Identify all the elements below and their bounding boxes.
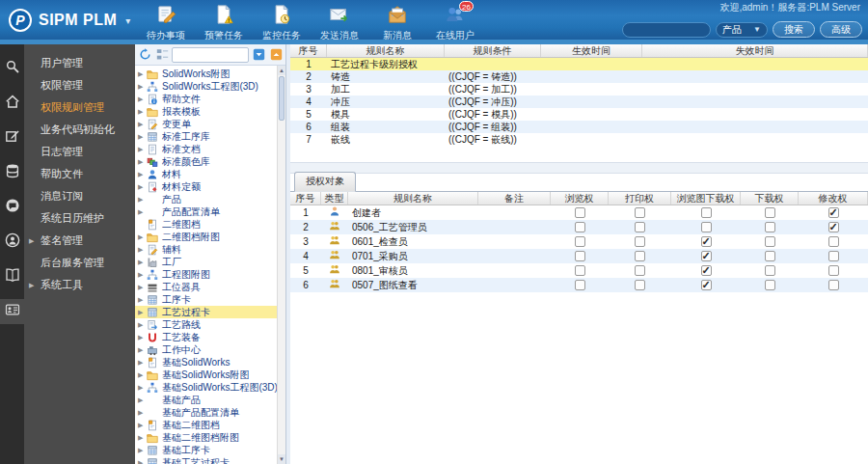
toolbar-item-warning-task[interactable]: 预警任务 [199,4,249,42]
rail-item-support[interactable] [0,230,24,255]
print-permission-checkbox[interactable] [635,280,645,290]
download-permission-checkbox[interactable] [765,207,775,218]
preview-download-permission-checkbox[interactable] [701,265,712,276]
sidebar-item[interactable]: 系统日历维护 [24,207,135,230]
refresh-icon[interactable] [137,47,152,63]
print-permission-checkbox[interactable] [635,236,645,247]
modify-permission-checkbox[interactable] [828,236,839,247]
tree-item[interactable]: ▶基础SolidWorks工程图(3D) [135,381,277,394]
tree-item[interactable]: ▶报表模板 [135,105,277,118]
column-header[interactable]: 失效时间 [642,44,868,57]
tree-item[interactable]: ▶基础工序卡 [135,444,277,456]
column-header[interactable]: 浏览权 [551,192,609,205]
tree-item[interactable]: ▶工艺路线 [135,318,277,331]
print-permission-checkbox[interactable] [635,222,645,232]
tree-item[interactable]: ▶帮助文件 [135,93,277,105]
tree-item[interactable]: ▶基础SolidWorks [135,356,277,368]
toolbar-item-todo[interactable]: 待办事项 [141,4,191,42]
tree-item[interactable]: ▶基础二维图档 [135,419,277,431]
tree-item[interactable]: ▶标准颜色库 [135,155,277,168]
auth-object-row[interactable]: 40701_采购员 [290,249,868,263]
tree-item[interactable]: ▶标准工序库 [135,130,277,143]
tree-item[interactable]: ▶工作中心 [135,343,277,356]
tree-item[interactable]: ▶工序卡 [135,293,277,306]
auth-object-row[interactable]: 30601_检查员 [290,234,868,249]
tree-item[interactable]: ▶工艺过程卡 [135,306,277,318]
tree-item[interactable]: ▶产品 [135,193,277,205]
browse-permission-checkbox[interactable] [575,207,585,218]
column-header[interactable]: 规则名称 [327,44,445,57]
toolbar-item-online-users[interactable]: 26在线用户 [430,4,480,42]
rule-row[interactable]: 5模具((CJQF = 模具)) [290,108,868,121]
browse-permission-checkbox[interactable] [575,222,585,232]
browse-permission-checkbox[interactable] [575,236,585,247]
rail-item-chat[interactable] [0,195,24,220]
toolbar-item-send-message[interactable]: 发送消息 [314,4,365,42]
column-header[interactable]: 序号 [290,44,327,57]
tab-auth-objects[interactable]: 授权对象 [294,172,356,192]
tree-item[interactable]: ▶材料定额 [135,180,277,193]
tree-item[interactable]: ▶基础产品配置清单 [135,406,277,419]
column-header[interactable]: 类型 [321,192,348,205]
preview-download-permission-checkbox[interactable] [701,222,712,232]
column-header[interactable]: 备注 [478,192,551,205]
tree-item[interactable]: ▶标准文档 [135,143,277,155]
rule-row[interactable]: 2铸造((CJQF = 铸造)) [290,70,868,83]
column-header[interactable]: 序号 [290,192,321,205]
tree-item[interactable]: ▶SolidWorks附图 [135,68,277,80]
rail-item-compose[interactable] [0,125,24,150]
search-input[interactable] [622,22,711,38]
scroll-down-icon[interactable]: ▼ [278,454,285,464]
rule-row[interactable]: 4冲压((CJQF = 冲压)) [290,96,868,108]
tree-item[interactable]: ▶工厂 [135,256,277,268]
sidebar-item[interactable]: 权限规则管理 [24,96,135,119]
sidebar-item[interactable]: 后台服务管理 [24,252,135,274]
tree-view-icon[interactable] [154,47,170,63]
scroll-up-icon[interactable]: ▲ [278,66,285,75]
rail-item-database[interactable] [0,160,24,185]
preview-download-permission-checkbox[interactable] [701,207,712,218]
collapse-all-icon[interactable] [268,47,284,63]
rule-row[interactable]: 7嵌线((CJQF = 嵌线)) [290,133,868,146]
download-permission-checkbox[interactable] [765,280,775,290]
tree-item[interactable]: ▶基础SolidWorks附图 [135,368,277,381]
download-permission-checkbox[interactable] [765,222,775,232]
column-header[interactable]: 修改权 [799,192,868,205]
auth-object-row[interactable]: 50801_审核员 [290,263,868,278]
print-permission-checkbox[interactable] [635,251,645,261]
sidebar-item[interactable]: 权限管理 [24,74,135,96]
tree-item[interactable]: ▶基础二维图档附图 [135,431,277,444]
sidebar-item[interactable]: 帮助文件 [24,163,135,185]
sidebar-item[interactable]: 业务代码初始化 [24,119,135,141]
modify-permission-checkbox[interactable] [828,251,839,261]
modify-permission-checkbox[interactable] [828,280,839,290]
sidebar-item[interactable]: 用户管理 [24,52,135,74]
modify-permission-checkbox[interactable] [828,265,839,276]
auth-object-row[interactable]: 60507_图纸查看 [290,278,868,292]
tree-item[interactable]: ▶SolidWorks工程图(3D) [135,80,277,93]
toolbar-item-monitor-task[interactable]: 监控任务 [257,4,307,42]
column-header[interactable]: 下载权 [741,192,799,205]
rail-item-search[interactable] [0,56,24,81]
preview-download-permission-checkbox[interactable] [701,236,712,247]
print-permission-checkbox[interactable] [635,207,645,218]
tree-item[interactable]: ▶基础工艺过程卡 [135,456,277,464]
download-permission-checkbox[interactable] [765,265,775,276]
browse-permission-checkbox[interactable] [575,251,585,261]
sidebar-item[interactable]: ▶签名管理 [24,230,135,252]
tree-filter-input[interactable] [172,47,249,63]
scrollbar-thumb[interactable] [279,76,285,121]
auth-object-row[interactable]: 1创建者 [290,205,868,220]
tree-item[interactable]: ▶材料 [135,168,277,180]
tree-item[interactable]: ▶工程图附图 [135,268,277,281]
sidebar-item[interactable]: ▶系统工具 [24,274,135,296]
download-permission-checkbox[interactable] [765,251,775,261]
rule-row[interactable]: 1工艺过程卡级别授权 [290,58,868,70]
preview-download-permission-checkbox[interactable] [701,280,712,290]
tree-item[interactable]: ▶工艺装备 [135,331,277,343]
tree-item[interactable]: ▶二维图档附图 [135,231,277,243]
rail-item-book[interactable] [0,264,24,289]
browse-permission-checkbox[interactable] [575,265,585,276]
search-button[interactable]: 搜索 [773,21,815,38]
tree-scrollbar[interactable]: ▲ ▼ [277,66,285,464]
